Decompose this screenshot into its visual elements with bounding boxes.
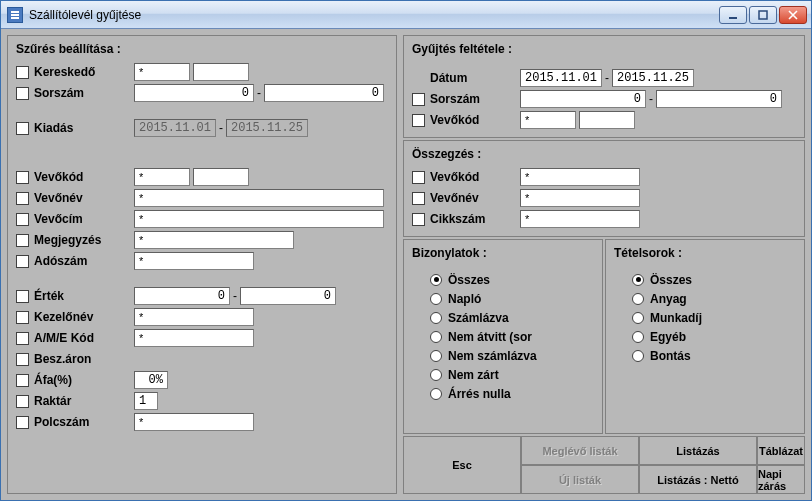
bizonylatok-title: Bizonylatok :: [412, 246, 594, 260]
amekod-check[interactable]: [16, 332, 29, 345]
vevokod-check[interactable]: [16, 171, 29, 184]
filter-title: Szűrés beállítása :: [16, 42, 388, 56]
radio-label: Összes: [448, 273, 490, 287]
ertek-from[interactable]: [134, 287, 230, 305]
adoszam-input[interactable]: [134, 252, 254, 270]
vevonev-check[interactable]: [16, 192, 29, 205]
adoszam-check[interactable]: [16, 255, 29, 268]
cond-sorszam-to[interactable]: [656, 90, 782, 108]
kereskedo-label: Kereskedő: [34, 65, 134, 79]
uj-listak-button[interactable]: Új listák: [521, 465, 639, 494]
sum-vevonev-label: Vevőnév: [430, 191, 520, 205]
radio-icon[interactable]: [430, 293, 442, 305]
close-button[interactable]: [779, 6, 807, 24]
kereskedo-check[interactable]: [16, 66, 29, 79]
radio-icon[interactable]: [430, 331, 442, 343]
radio-icon[interactable]: [430, 350, 442, 362]
radio-option[interactable]: Összes: [430, 270, 584, 289]
vevokod-input-1[interactable]: [134, 168, 190, 186]
sum-cikkszam-input[interactable]: [520, 210, 640, 228]
polcszam-input[interactable]: [134, 413, 254, 431]
cond-vevokod-check[interactable]: [412, 114, 425, 127]
sorszam-to[interactable]: [264, 84, 384, 102]
kezelonev-input[interactable]: [134, 308, 254, 326]
sum-vevonev-check[interactable]: [412, 192, 425, 205]
radio-option[interactable]: Nem átvitt (sor: [430, 327, 584, 346]
condition-panel: Gyűjtés feltétele : Dátum - Sorszám -: [403, 35, 805, 138]
vevokod-label: Vevőkód: [34, 170, 134, 184]
radio-icon[interactable]: [430, 274, 442, 286]
kiadas-to[interactable]: [226, 119, 308, 137]
vevocim-label: Vevőcím: [34, 212, 134, 226]
raktar-input[interactable]: [134, 392, 158, 410]
kereskedo-input-1[interactable]: [134, 63, 190, 81]
megjegyzes-check[interactable]: [16, 234, 29, 247]
cond-vevokod-2[interactable]: [579, 111, 635, 129]
listazas-netto-button[interactable]: Listázás : Nettó: [639, 465, 757, 494]
sum-vevonev-input[interactable]: [520, 189, 640, 207]
raktar-label: Raktár: [34, 394, 134, 408]
sorszam-check[interactable]: [16, 87, 29, 100]
radio-icon[interactable]: [632, 331, 644, 343]
afa-input[interactable]: [134, 371, 168, 389]
raktar-check[interactable]: [16, 395, 29, 408]
vevonev-input[interactable]: [134, 189, 384, 207]
radio-option[interactable]: Munkadíj: [632, 308, 786, 327]
sum-vevokod-input[interactable]: [520, 168, 640, 186]
radio-icon[interactable]: [632, 350, 644, 362]
sum-vevokod-check[interactable]: [412, 171, 425, 184]
radio-icon[interactable]: [632, 293, 644, 305]
radio-icon[interactable]: [632, 274, 644, 286]
minimize-button[interactable]: [719, 6, 747, 24]
meglevo-listak-button[interactable]: Meglévő listák: [521, 436, 639, 465]
radio-icon[interactable]: [430, 312, 442, 324]
sum-vevokod-label: Vevőkód: [430, 170, 520, 184]
polcszam-check[interactable]: [16, 416, 29, 429]
app-window: Szállítólevél gyűjtése Szűrés beállítása…: [0, 0, 812, 501]
radio-option[interactable]: Napló: [430, 289, 584, 308]
vevokod-input-2[interactable]: [193, 168, 249, 186]
radio-option[interactable]: Számlázva: [430, 308, 584, 327]
bizonylatok-panel: Bizonylatok : ÖsszesNaplóSzámlázvaNem át…: [403, 239, 603, 434]
maximize-button[interactable]: [749, 6, 777, 24]
beszaron-check[interactable]: [16, 353, 29, 366]
ertek-check[interactable]: [16, 290, 29, 303]
kereskedo-input-2[interactable]: [193, 63, 249, 81]
cond-sorszam-from[interactable]: [520, 90, 646, 108]
tablazat-button[interactable]: Táblázat: [757, 436, 805, 465]
radio-icon[interactable]: [430, 388, 442, 400]
ertek-to[interactable]: [240, 287, 336, 305]
cond-sorszam-check[interactable]: [412, 93, 425, 106]
radio-label: Egyéb: [650, 330, 686, 344]
radio-icon[interactable]: [430, 369, 442, 381]
kiadas-check[interactable]: [16, 122, 29, 135]
listazas-button[interactable]: Listázás: [639, 436, 757, 465]
radio-option[interactable]: Anyag: [632, 289, 786, 308]
napi-zaras-button[interactable]: Napi zárás: [757, 465, 805, 494]
cond-vevokod-label: Vevőkód: [430, 113, 520, 127]
radio-option[interactable]: Bontás: [632, 346, 786, 365]
sorszam-from[interactable]: [134, 84, 254, 102]
sum-cikkszam-check[interactable]: [412, 213, 425, 226]
kezelonev-check[interactable]: [16, 311, 29, 324]
megjegyzes-input[interactable]: [134, 231, 294, 249]
afa-check[interactable]: [16, 374, 29, 387]
radio-option[interactable]: Egyéb: [632, 327, 786, 346]
kiadas-from[interactable]: [134, 119, 216, 137]
esc-button[interactable]: Esc: [403, 436, 521, 494]
datum-to[interactable]: [612, 69, 694, 87]
radio-option[interactable]: Összes: [632, 270, 786, 289]
radio-option[interactable]: Árrés nulla: [430, 384, 584, 403]
vevocim-input[interactable]: [134, 210, 384, 228]
radio-option[interactable]: Nem zárt: [430, 365, 584, 384]
datum-from[interactable]: [520, 69, 602, 87]
window-title: Szállítólevél gyűjtése: [29, 8, 719, 22]
radio-label: Anyag: [650, 292, 687, 306]
radio-option[interactable]: Nem számlázva: [430, 346, 584, 365]
radio-icon[interactable]: [632, 312, 644, 324]
amekod-input[interactable]: [134, 329, 254, 347]
ertek-label: Érték: [34, 289, 134, 303]
vevonev-label: Vevőnév: [34, 191, 134, 205]
vevocim-check[interactable]: [16, 213, 29, 226]
cond-vevokod-1[interactable]: [520, 111, 576, 129]
